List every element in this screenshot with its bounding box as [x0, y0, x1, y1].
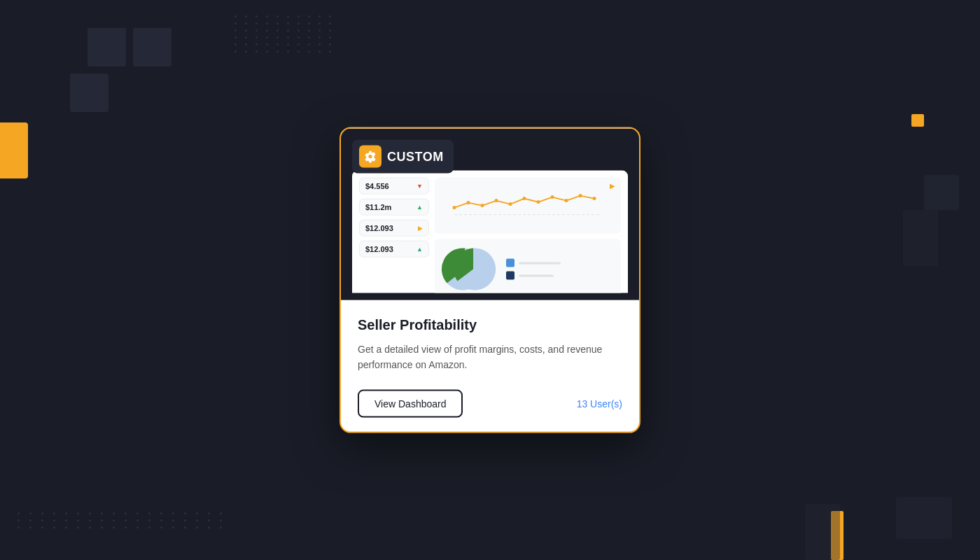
card-title: Seller Profitability: [358, 317, 622, 333]
card-preview: CUSTOM $4.556 ▼ $11.2m ▲ $12.093 ▶ $1: [341, 129, 639, 300]
card-description: Get a detailed view of profit margins, c…: [358, 342, 622, 373]
metric-value-3: $12.093: [365, 224, 393, 232]
svg-point-6: [523, 197, 526, 200]
chart-legend: [506, 259, 561, 280]
metric-arrow-4: ▲: [416, 246, 423, 253]
charts-panel: ▶: [435, 178, 621, 293]
legend-line-2: [519, 274, 554, 276]
view-dashboard-button[interactable]: View Dashboard: [358, 389, 463, 417]
card-footer: View Dashboard 13 User(s): [358, 389, 622, 417]
metric-value-1: $4.556: [365, 182, 389, 190]
dashboard-card: CUSTOM $4.556 ▼ $11.2m ▲ $12.093 ▶ $1: [340, 127, 640, 433]
line-chart: ▶: [435, 178, 621, 234]
gear-icon: [359, 146, 382, 168]
metric-value-2: $11.2m: [365, 203, 391, 211]
metric-value-4: $12.093: [365, 245, 393, 253]
metric-card-4: $12.093 ▲: [359, 241, 429, 258]
svg-point-7: [537, 200, 540, 204]
svg-point-3: [481, 204, 484, 207]
legend-dot-2: [506, 272, 514, 280]
badge-label: CUSTOM: [387, 149, 444, 164]
metric-arrow-3: ▶: [418, 225, 423, 232]
metric-card-2: $11.2m ▲: [359, 199, 429, 216]
pie-chart: [435, 239, 621, 293]
svg-point-11: [593, 197, 596, 200]
legend-dot-1: [506, 259, 514, 267]
line-chart-svg: [440, 183, 615, 225]
pie-chart-proper: [449, 245, 498, 293]
dashboard-mockup: $4.556 ▼ $11.2m ▲ $12.093 ▶ $12.093 ▲: [352, 171, 628, 293]
svg-point-2: [467, 201, 470, 204]
svg-point-1: [453, 206, 456, 209]
metric-card-1: $4.556 ▼: [359, 178, 429, 195]
svg-point-9: [565, 199, 568, 202]
svg-point-4: [495, 199, 498, 202]
svg-point-10: [579, 194, 582, 197]
legend-item-2: [506, 272, 561, 280]
legend-item-1: [506, 259, 561, 267]
card-content: Seller Profitability Get a detailed view…: [341, 300, 639, 432]
metric-card-3: $12.093 ▶: [359, 220, 429, 237]
svg-point-5: [509, 202, 512, 206]
play-icon: ▶: [610, 182, 615, 190]
legend-line-1: [519, 262, 561, 264]
metric-arrow-2: ▲: [416, 204, 423, 211]
custom-badge: CUSTOM: [352, 140, 454, 174]
user-count: 13 User(s): [577, 398, 622, 409]
metric-arrow-1: ▼: [416, 183, 423, 190]
svg-point-8: [551, 195, 554, 199]
metrics-panel: $4.556 ▼ $11.2m ▲ $12.093 ▶ $12.093 ▲: [359, 178, 429, 293]
